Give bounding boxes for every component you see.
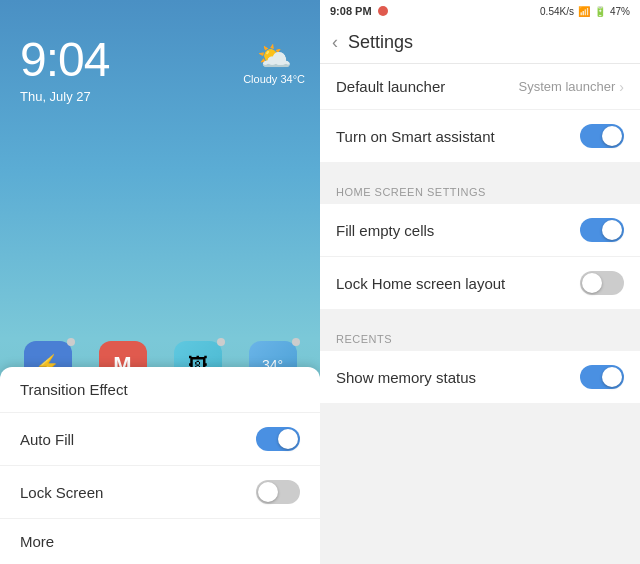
smart-assistant-label: Turn on Smart assistant xyxy=(336,128,495,145)
status-time: 9:08 PM xyxy=(330,5,372,17)
lockscreen-toggle[interactable] xyxy=(256,480,300,504)
lock-home-screen-knob xyxy=(582,273,602,293)
popup-item-transition[interactable]: Transition Effect xyxy=(0,367,320,413)
weather-widget: ⛅ Cloudy 34°C xyxy=(243,40,305,85)
settings-title: Settings xyxy=(348,32,413,53)
default-launcher-label: Default launcher xyxy=(336,78,445,95)
weather-text: Cloudy 34°C xyxy=(243,73,305,85)
autofill-toggle[interactable] xyxy=(256,427,300,451)
section-home-screen: Fill empty cells Lock Home screen layout xyxy=(320,204,640,309)
fill-empty-cells-label: Fill empty cells xyxy=(336,222,434,239)
lockscreen-label: Lock Screen xyxy=(20,484,103,501)
wifi-icon: 📶 xyxy=(578,6,590,17)
notification-dot xyxy=(378,6,388,16)
section-recents: Show memory status xyxy=(320,351,640,403)
settings-header: ‹ Settings xyxy=(320,22,640,64)
chevron-right-icon: › xyxy=(619,79,624,95)
show-memory-knob xyxy=(602,367,622,387)
clock-date: Thu, July 27 xyxy=(20,89,300,104)
row-smart-assistant[interactable]: Turn on Smart assistant xyxy=(320,110,640,162)
recents-section-header: RECENTS xyxy=(320,321,640,351)
show-memory-label: Show memory status xyxy=(336,369,476,386)
status-bar-right: 9:08 PM 0.54K/s 📶 🔋 47% xyxy=(320,0,640,22)
left-panel: 9:04 Thu, July 27 ⛅ Cloudy 34°C ⚡ Securi… xyxy=(0,0,320,564)
battery-icon: 🔋 xyxy=(594,6,606,17)
row-lock-home-screen[interactable]: Lock Home screen layout xyxy=(320,257,640,309)
home-screen-section-header: HOME SCREEN SETTINGS xyxy=(320,174,640,204)
popup-menu: Transition Effect Auto Fill Lock Screen … xyxy=(0,367,320,564)
weather-icon: ⛅ xyxy=(243,40,305,73)
show-memory-toggle[interactable] xyxy=(580,365,624,389)
section-launcher: Default launcher System launcher › Turn … xyxy=(320,64,640,162)
lock-home-screen-toggle[interactable] xyxy=(580,271,624,295)
launcher-value-text: System launcher xyxy=(519,79,616,94)
spacer-1 xyxy=(320,162,640,174)
popup-item-autofill[interactable]: Auto Fill xyxy=(0,413,320,466)
spacer-2 xyxy=(320,309,640,321)
battery-percent: 47% xyxy=(610,6,630,17)
speed-indicator: 0.54K/s xyxy=(540,6,574,17)
settings-content: Default launcher System launcher › Turn … xyxy=(320,64,640,564)
default-launcher-value: System launcher › xyxy=(519,79,625,95)
right-panel: 9:08 PM 0.54K/s 📶 🔋 47% ‹ Settings Defau… xyxy=(320,0,640,564)
status-icons: 0.54K/s 📶 🔋 47% xyxy=(540,6,630,17)
back-button[interactable]: ‹ xyxy=(332,32,338,53)
smart-assistant-toggle[interactable] xyxy=(580,124,624,148)
status-bar-left xyxy=(0,0,320,12)
more-label: More xyxy=(20,533,54,550)
fill-empty-cells-knob xyxy=(602,220,622,240)
row-fill-empty-cells[interactable]: Fill empty cells xyxy=(320,204,640,257)
lock-home-screen-label: Lock Home screen layout xyxy=(336,275,505,292)
fill-empty-cells-toggle[interactable] xyxy=(580,218,624,242)
popup-item-lockscreen[interactable]: Lock Screen xyxy=(0,466,320,519)
transition-label: Transition Effect xyxy=(20,381,128,398)
autofill-label: Auto Fill xyxy=(20,431,74,448)
lockscreen-toggle-knob xyxy=(258,482,278,502)
autofill-toggle-knob xyxy=(278,429,298,449)
row-default-launcher[interactable]: Default launcher System launcher › xyxy=(320,64,640,110)
smart-assistant-knob xyxy=(602,126,622,146)
popup-item-more[interactable]: More xyxy=(0,519,320,564)
row-show-memory[interactable]: Show memory status xyxy=(320,351,640,403)
